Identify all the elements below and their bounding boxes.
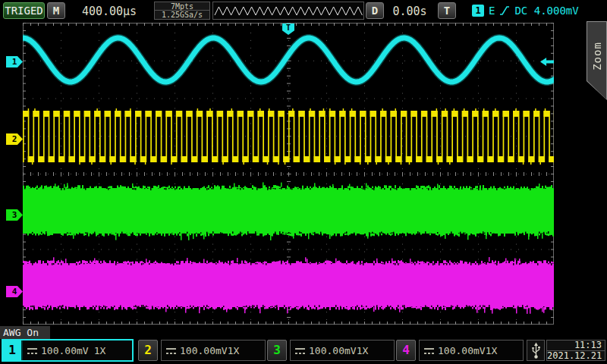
delay-button[interactable]: D — [366, 2, 384, 19]
channel4-badge[interactable]: 4 — [396, 340, 416, 361]
clock-time: 11:13 — [546, 340, 605, 350]
channel4-position-marker[interactable]: 4 — [6, 286, 23, 297]
zoom-tab-body: Zoom — [587, 22, 606, 99]
preview-zigzag-icon — [213, 2, 363, 19]
channel2-status-box[interactable]: 100.00mV 1X — [161, 340, 266, 361]
zoom-tab[interactable]: Zoom — [587, 21, 607, 100]
channel4-probe: 1X — [486, 345, 498, 356]
usb-host-icon — [527, 340, 545, 361]
horizontal-delay-readout: 0.00s — [384, 5, 436, 18]
channel2-badge[interactable]: 2 — [138, 340, 158, 361]
channel3-position-marker[interactable]: 3 — [6, 209, 23, 221]
oscilloscope-screen: TRIGED M 400.00μs 7Mpts 1.25GSa/s D 0.00… — [0, 0, 607, 364]
awg-status-tab[interactable]: AWG On — [0, 326, 50, 339]
channel3-badge[interactable]: 3 — [267, 340, 287, 361]
channel4-scale: 100.00mV — [438, 345, 486, 356]
trigger-type: E — [489, 5, 495, 17]
dc-coupling-icon — [424, 347, 434, 354]
trigger-info[interactable]: 1 E DC 4.000mV — [472, 3, 579, 18]
top-status-bar: TRIGED M 400.00μs 7Mpts 1.25GSa/s D 0.00… — [0, 0, 607, 21]
waveform-preview-strip[interactable] — [212, 2, 364, 20]
channel2-position-marker[interactable]: 2 — [6, 133, 23, 145]
channel1-scale: 100.00mV — [41, 345, 89, 356]
clock: 11:13 2021.12.21 — [546, 340, 605, 361]
dc-coupling-icon — [166, 347, 176, 354]
horizontal-menu-button[interactable]: M — [47, 2, 65, 19]
rising-edge-icon — [499, 5, 510, 17]
channel1-status-box[interactable]: 1 100.00mV 1X — [2, 339, 134, 362]
dc-coupling-icon — [27, 347, 37, 354]
timebase-readout[interactable]: 400.00μs — [67, 5, 152, 18]
channel3-probe: 1X — [357, 345, 369, 356]
dc-coupling-icon — [295, 347, 305, 354]
channel3-status-box[interactable]: 100.00mV 1X — [290, 340, 395, 361]
memory-depth: 7Mpts — [155, 2, 209, 11]
acquisition-readout: 7Mpts 1.25GSa/s — [154, 2, 210, 20]
trigger-coupling-level: DC 4.000mV — [514, 5, 578, 17]
channel2-scale: 100.00mV — [180, 345, 228, 356]
channel1-badge[interactable]: 1 — [3, 340, 23, 360]
sample-rate: 1.25GSa/s — [155, 11, 209, 19]
channel4-status-box[interactable]: 100.00mV 1X — [419, 340, 524, 361]
trigger-status-badge: TRIGED — [3, 2, 45, 19]
channel3-scale: 100.00mV — [309, 345, 357, 356]
trigger-source-badge: 1 — [472, 5, 484, 17]
trigger-menu-button[interactable]: T — [438, 2, 456, 19]
waveform-display — [23, 23, 554, 325]
channel1-probe: 1X — [94, 345, 106, 356]
clock-date: 2021.12.21 — [546, 350, 605, 361]
zoom-tab-label: Zoom — [590, 18, 604, 94]
channel1-position-marker[interactable]: 1 — [6, 56, 23, 67]
channel2-probe: 1X — [228, 345, 240, 356]
